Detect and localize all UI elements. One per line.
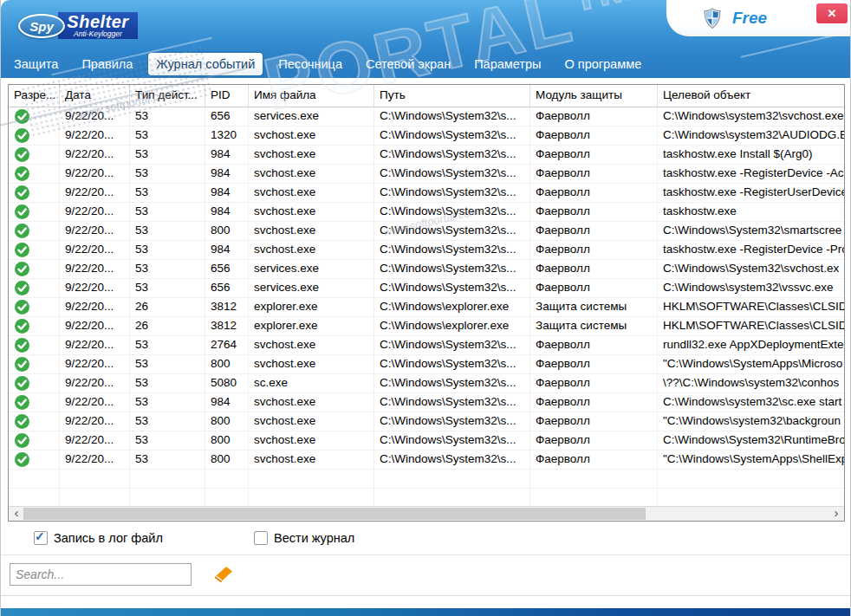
cell-path: C:\Windows\System32\s... (374, 260, 530, 278)
cell-date: 9/22/20... (60, 412, 130, 431)
table-row-empty (9, 470, 844, 489)
cell-target: C:\Windows\system32\vssvc.exe (658, 279, 844, 297)
close-button[interactable]: ✕ (816, 3, 848, 23)
tab-rules[interactable]: Правила (74, 53, 140, 75)
scroll-right-icon[interactable]: › (829, 507, 843, 521)
cell-type: 53 (130, 241, 205, 259)
cell-date: 9/22/20... (60, 126, 130, 145)
cell-pid: 3812 (205, 298, 249, 316)
tab-about[interactable]: О программе (556, 53, 649, 75)
cell-type: 53 (130, 279, 205, 297)
table-row[interactable]: 9/22/20...53800svchost.exeC:\Windows\Sys… (9, 412, 844, 431)
tab-settings[interactable]: Параметры (466, 53, 549, 75)
app-logo: Shelter Anti-Keylogger Spy (1, 0, 226, 49)
scrollbar-thumb[interactable] (23, 508, 646, 520)
allowed-icon (9, 374, 60, 392)
tab-event-log[interactable]: Журнал событий (148, 53, 263, 75)
cell-type: 53 (130, 222, 205, 240)
allowed-icon (9, 126, 60, 145)
cell-target: C:\Windows\system32\sc.exe start (658, 393, 844, 412)
scroll-left-icon[interactable]: ‹ (10, 507, 23, 521)
eraser-icon[interactable] (207, 564, 233, 588)
cell-module: Фаерволл (530, 412, 658, 431)
cell-date: 9/22/20... (60, 374, 130, 392)
tab-firewall[interactable]: Сетевой экран (358, 53, 458, 75)
cell-date: 9/22/20... (60, 279, 130, 297)
cell-path: C:\Windows\System32\s... (374, 107, 530, 126)
cell-date: 9/22/20... (60, 260, 130, 278)
table-row[interactable]: 9/22/20...53656services.exeC:\Windows\Sy… (9, 107, 844, 126)
search-input[interactable] (10, 563, 192, 586)
cell-file: svchost.exe (249, 184, 374, 202)
table-row[interactable]: 9/22/20...53984svchost.exeC:\Windows\Sys… (9, 146, 844, 165)
cell-date: 9/22/20... (60, 336, 130, 354)
table-row[interactable]: 9/22/20...53800svchost.exeC:\Windows\Sys… (9, 451, 844, 470)
cell-file: svchost.exe (249, 222, 374, 240)
cell-file: svchost.exe (249, 126, 374, 145)
table-row[interactable]: 9/22/20...532764svchost.exeC:\Windows\Sy… (9, 336, 844, 355)
allowed-icon (9, 203, 60, 221)
horizontal-scrollbar[interactable]: ‹ › (9, 506, 844, 521)
keep-journal-checkbox[interactable] (254, 531, 268, 545)
column-header-action-type[interactable]: Тип дейст... (130, 85, 205, 107)
cell-target: taskhostw.exe -RegisterUserDevice (658, 184, 844, 202)
cell-target: HKLM\SOFTWARE\Classes\CLSID\{ (658, 298, 844, 316)
table-row[interactable]: 9/22/20...53984svchost.exeC:\Windows\Sys… (9, 203, 844, 222)
table-row[interactable]: 9/22/20...531320svchost.exeC:\Windows\Sy… (9, 126, 844, 146)
tab-sandbox[interactable]: Песочница (270, 53, 350, 75)
allowed-icon (9, 184, 60, 202)
table-row[interactable]: 9/22/20...53800svchost.exeC:\Windows\Sys… (9, 431, 844, 451)
cell-path: C:\Windows\System32\s... (374, 431, 530, 450)
tab-protection[interactable]: Защита (6, 53, 66, 75)
table-row[interactable]: 9/22/20...53984svchost.exeC:\Windows\Sys… (9, 393, 844, 412)
cell-pid: 800 (205, 412, 249, 431)
cell-date: 9/22/20... (60, 146, 130, 164)
cell-date: 9/22/20... (60, 355, 130, 373)
log-to-file-checkbox[interactable] (34, 531, 48, 545)
cell-date: 9/22/20... (60, 393, 130, 412)
table-row[interactable]: 9/22/20...53984svchost.exeC:\Windows\Sys… (9, 165, 844, 184)
table-row[interactable]: 9/22/20...53656services.exeC:\Windows\Sy… (9, 260, 844, 279)
cell-file: svchost.exe (249, 165, 374, 183)
table-row[interactable]: 9/22/20...53984svchost.exeC:\Windows\Sys… (9, 184, 844, 203)
cell-module: Фаерволл (530, 241, 658, 259)
cell-file: services.exe (249, 260, 374, 278)
table-row[interactable]: 9/22/20...53800svchost.exeC:\Windows\Sys… (9, 222, 844, 241)
allowed-icon (9, 451, 60, 469)
cell-file: svchost.exe (249, 241, 374, 259)
column-header-date[interactable]: Дата (60, 85, 130, 107)
cell-file: sc.exe (249, 374, 374, 392)
event-log-table: Разре...ДатаТип дейст...PIDИмя файлаПуть… (8, 84, 845, 522)
table-row[interactable]: 9/22/20...263812explorer.exeC:\Windows\e… (9, 298, 844, 317)
cell-pid: 800 (205, 222, 249, 240)
cell-type: 53 (130, 107, 205, 126)
cell-pid: 984 (205, 184, 249, 202)
allowed-icon (9, 336, 60, 354)
column-header-path[interactable]: Путь (374, 85, 530, 107)
column-header-file-name[interactable]: Имя файла (249, 85, 374, 107)
cell-target: C:\Windows\System32\RuntimeBro (658, 431, 844, 450)
table-row-empty (9, 489, 844, 508)
cell-path: C:\Windows\System32\s... (374, 451, 530, 469)
allowed-icon (9, 222, 60, 240)
table-row[interactable]: 9/22/20...535080sc.exeC:\Windows\System3… (9, 374, 844, 393)
cell-type: 26 (130, 317, 205, 335)
table-row[interactable]: 9/22/20...53984svchost.exeC:\Windows\Sys… (9, 241, 844, 260)
table-body: 9/22/20...53656services.exeC:\Windows\Sy… (9, 107, 844, 522)
cell-target: C:\Windows\system32\svchost.exe (658, 107, 844, 126)
column-header-protection-module[interactable]: Модуль защиты (530, 85, 658, 107)
column-header-allowed[interactable]: Разре... (9, 85, 60, 107)
table-row[interactable]: 9/22/20...53800svchost.exeC:\Windows\Sys… (9, 355, 844, 374)
cell-file: svchost.exe (249, 431, 374, 450)
cell-file: svchost.exe (249, 451, 374, 469)
table-row[interactable]: 9/22/20...53656services.exeC:\Windows\Sy… (9, 279, 844, 298)
cell-path: C:\Windows\System32\s... (374, 374, 530, 392)
cell-pid: 984 (205, 165, 249, 183)
cell-pid: 656 (205, 107, 249, 126)
cell-module: Фаерволл (530, 279, 658, 297)
column-header-target-object[interactable]: Целевой объект (658, 85, 844, 107)
column-header-pid[interactable]: PID (205, 85, 249, 107)
logo-shelter-box: Shelter Anti-Keylogger (58, 12, 138, 39)
table-row[interactable]: 9/22/20...263812explorer.exeC:\Windows\e… (9, 317, 844, 336)
license-label: Free (732, 9, 767, 28)
